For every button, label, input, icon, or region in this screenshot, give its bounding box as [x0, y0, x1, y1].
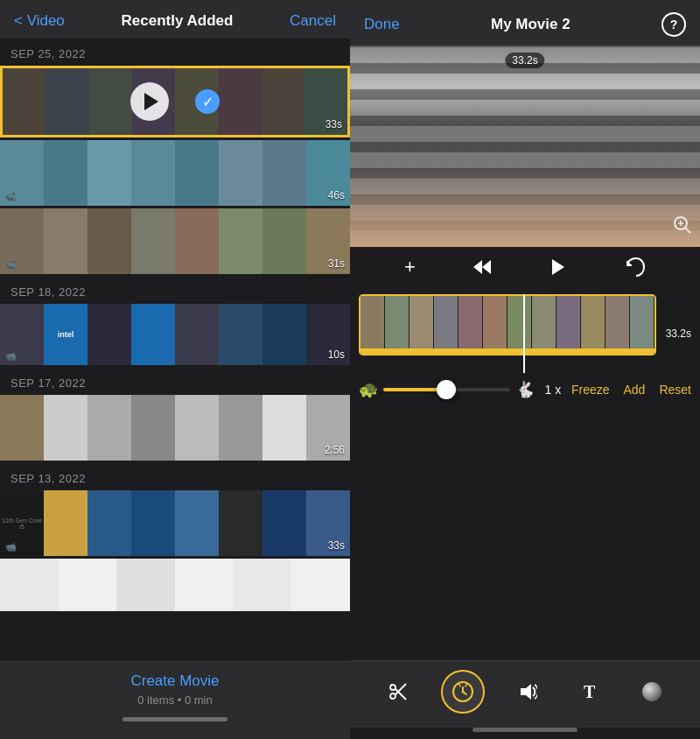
duration-badge-3: 31s: [328, 257, 345, 270]
undo-button[interactable]: [625, 257, 646, 278]
transport-controls: +: [350, 247, 700, 287]
video-overlay-1: ✓: [3, 68, 347, 135]
play-button[interactable]: [548, 257, 569, 278]
home-indicator-right: [472, 728, 578, 732]
duration-badge-5: 2:56: [325, 444, 345, 456]
playhead: [523, 294, 525, 373]
back-button[interactable]: < Video: [14, 12, 65, 30]
preview-area: 33.2s: [350, 46, 700, 247]
speed-slider[interactable]: [383, 388, 510, 391]
preview-duration: 33.2s: [505, 53, 544, 68]
home-indicator-left: [122, 717, 228, 721]
freeze-button[interactable]: Freeze: [571, 383, 610, 397]
svg-marker-13: [521, 684, 531, 700]
video-item-3[interactable]: 📹 31s: [0, 208, 350, 274]
timeline-area: 33.2s 🐢 🐇 1 x Freeze Add Reset: [350, 287, 700, 660]
done-button[interactable]: Done: [364, 16, 400, 33]
slow-icon: 🐢: [359, 380, 378, 399]
create-sub-label: 0 items • 0 min: [137, 693, 212, 707]
svg-point-12: [462, 691, 465, 693]
duration-badge-1: 33s: [326, 118, 342, 130]
speed-actions: Freeze Add Reset: [571, 383, 691, 397]
preview-video: [350, 46, 700, 247]
play-button-1[interactable]: [130, 82, 169, 121]
video-item-2[interactable]: 📹 46s: [0, 140, 350, 206]
left-header: < Video Recently Added Cancel: [0, 0, 350, 39]
movie-title: My Movie 2: [491, 16, 570, 33]
rewind-button[interactable]: [472, 257, 493, 278]
left-panel: < Video Recently Added Cancel SEP 25, 20…: [0, 0, 350, 739]
cancel-button[interactable]: Cancel: [290, 12, 336, 30]
video-item-1[interactable]: ✓ 33s: [0, 66, 350, 137]
zoom-button[interactable]: [672, 215, 691, 238]
text-button[interactable]: T: [570, 672, 609, 711]
help-button[interactable]: ?: [662, 12, 686, 37]
speed-value: 1 x: [540, 383, 566, 397]
check-icon-1[interactable]: ✓: [195, 89, 220, 114]
duration-badge-2: 46s: [328, 189, 345, 201]
create-footer: Create Movie 0 items • 0 min: [0, 661, 350, 739]
svg-marker-6: [552, 259, 564, 275]
scissors-button[interactable]: [379, 672, 417, 711]
audio-button[interactable]: [508, 672, 547, 711]
duration-badge-6: 33s: [328, 539, 345, 552]
section-date-2: SEP 18, 2022: [0, 277, 350, 304]
speed-tool-button[interactable]: [441, 670, 485, 714]
track-duration: 33.2s: [666, 327, 691, 340]
right-header: Done My Movie 2 ?: [350, 0, 700, 46]
create-movie-button[interactable]: Create Movie: [130, 672, 219, 690]
add-clip-button[interactable]: +: [404, 256, 416, 278]
video-item-7[interactable]: [0, 559, 350, 611]
svg-line-1: [685, 228, 690, 233]
section-date-3: SEP 17, 2022: [0, 368, 350, 395]
duration-badge-4: 10s: [328, 348, 345, 361]
svg-marker-4: [473, 260, 482, 274]
svg-marker-5: [482, 260, 491, 274]
add-button[interactable]: Add: [624, 383, 646, 397]
speed-controls: 🐢 🐇 1 x Freeze Add Reset: [350, 373, 700, 406]
reset-button[interactable]: Reset: [659, 383, 691, 397]
right-panel: Done My Movie 2 ? 33.2s +: [350, 0, 700, 739]
section-date-1: SEP 25, 2022: [0, 39, 350, 66]
bottom-toolbar: T: [350, 660, 700, 728]
section-date-4: SEP 13, 2022: [0, 463, 350, 490]
page-title: Recently Added: [122, 12, 234, 30]
video-item-6[interactable]: 11th Gen Core i5 📹 33s: [0, 490, 350, 556]
video-item-4[interactable]: intel 📹 10s: [0, 304, 350, 365]
filter-button[interactable]: [633, 672, 671, 711]
fast-icon: 🐇: [515, 380, 535, 399]
video-item-5[interactable]: 2:56: [0, 395, 350, 461]
film-strip[interactable]: [359, 294, 656, 355]
video-list: SEP 25, 2022 ✓ 33s: [0, 39, 350, 661]
